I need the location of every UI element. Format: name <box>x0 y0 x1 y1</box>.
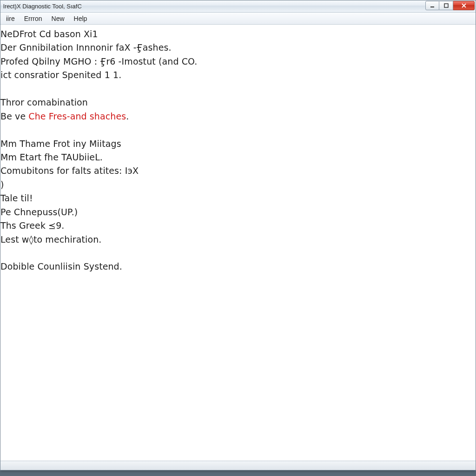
output-line: NeDFrot Cd bason Xi1 <box>0 27 476 41</box>
menu-item-new[interactable]: New <box>48 13 70 24</box>
menu-item-errron[interactable]: Errron <box>20 13 48 24</box>
status-bar <box>0 461 476 470</box>
close-icon <box>461 3 467 8</box>
output-line: Thror comabination <box>0 96 476 109</box>
close-button[interactable] <box>453 1 475 10</box>
content-area: NeDFrot Cd bason Xi1Der Gnnibilation Inn… <box>0 25 476 274</box>
output-line: Ths Greek ⪯9. <box>0 219 476 232</box>
maximize-icon <box>444 3 449 8</box>
menu-bar: iire Errron New Help <box>0 13 476 25</box>
output-line: Profed Qbilny MGHO : Ӻr6 -Imostut (and C… <box>0 55 476 68</box>
output-line: Mm Thame Frot iny Miitags <box>0 137 476 151</box>
title-bar[interactable]: lrect)X Diagnostic Tool, SıafC <box>0 0 476 13</box>
svg-rect-0 <box>430 7 434 7</box>
output-line: Pe Chnepuss(UP.) <box>0 205 476 219</box>
output-line <box>0 123 476 137</box>
app-window: lrect)X Diagnostic Tool, SıafC iire Errr… <box>0 0 476 470</box>
minimize-icon <box>430 3 435 8</box>
svg-rect-1 <box>444 4 448 7</box>
output-line: Comubitons for falts atites: IэX <box>0 164 476 178</box>
minimize-button[interactable] <box>425 1 439 10</box>
output-line: Be ve Che Fres-and shaches. <box>0 110 476 123</box>
output-line <box>0 246 476 260</box>
menu-item-iire[interactable]: iire <box>2 13 20 24</box>
output-line: Tale til! <box>0 192 476 205</box>
output-line: ) <box>0 178 476 192</box>
output-line: Lest w◊to mechiration. <box>0 233 476 246</box>
window-title: lrect)X Diagnostic Tool, SıafC <box>3 3 425 10</box>
window-controls <box>425 1 475 10</box>
output-line: Der Gnnibilation Innnonir faX -Ӻashes. <box>0 41 476 54</box>
output-line <box>0 82 476 96</box>
output-text: Be ve <box>0 111 28 121</box>
output-line: Dobible Counliisin Systend. <box>0 260 476 273</box>
output-text-error: Che Fres-and shaches <box>28 111 126 121</box>
output-text: . <box>126 111 129 121</box>
output-line: ict consratior Spenited 1 1. <box>0 68 476 82</box>
menu-item-help[interactable]: Help <box>70 13 93 24</box>
output-line: Mm Etart fhe TAUbiieL. <box>0 151 476 164</box>
maximize-button[interactable] <box>439 1 453 10</box>
